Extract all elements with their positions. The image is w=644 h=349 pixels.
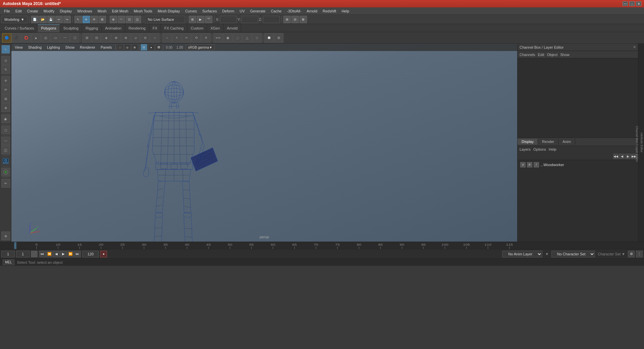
vp-menu-shading[interactable]: Shading bbox=[26, 45, 44, 50]
snap-surface-button[interactable]: ◫ bbox=[134, 16, 141, 23]
vp-menu-panels[interactable]: Panels bbox=[99, 45, 114, 50]
x-coord[interactable] bbox=[220, 16, 237, 23]
menu-redshift[interactable]: Redshift bbox=[320, 8, 339, 14]
menu-windows[interactable]: Windows bbox=[74, 8, 95, 14]
vp-menu-view[interactable]: View bbox=[13, 45, 25, 50]
shelf-extrude[interactable]: ⊞ bbox=[82, 33, 92, 43]
tab-rigging[interactable]: Rigging bbox=[82, 24, 102, 32]
timeline-area[interactable]: 1 5 10 15 20 25 30 35 40 45 50 55 60 bbox=[0, 242, 644, 249]
shelf-boolean-inter[interactable]: ∩ bbox=[150, 33, 160, 43]
menu-edit-mesh[interactable]: Edit Mesh bbox=[109, 8, 131, 14]
auto-key-button[interactable]: ● bbox=[100, 251, 107, 257]
menu-mesh-tools[interactable]: Mesh Tools bbox=[131, 8, 155, 14]
layer-playback-button[interactable]: P bbox=[527, 162, 532, 167]
rp-options-menu[interactable]: Options bbox=[533, 147, 546, 151]
shelf-bridge[interactable]: ⊟ bbox=[92, 33, 101, 43]
save-scene-button[interactable]: 💾 bbox=[47, 16, 55, 23]
shelf-smooth[interactable]: ◉ bbox=[223, 33, 232, 43]
channel-box-tab[interactable]: Channel Box / Layer Editor bbox=[635, 124, 639, 163]
attribute-editor-tab[interactable]: Attribute Editor bbox=[639, 131, 644, 154]
vp-menu-lighting[interactable]: Lighting bbox=[45, 45, 62, 50]
shelf-edge-loop[interactable]: ↔ bbox=[162, 33, 172, 43]
select-tool-button[interactable]: ↖ bbox=[74, 16, 82, 23]
soft-modify[interactable]: ◉ bbox=[1, 114, 10, 123]
vp-menu-show[interactable]: Show bbox=[63, 45, 77, 50]
lasso-select-button[interactable]: ⊙ bbox=[1, 56, 10, 65]
redo-button[interactable]: ↪ bbox=[63, 16, 71, 23]
new-scene-button[interactable]: 📄 bbox=[31, 16, 39, 23]
layout-2[interactable]: ⊟ bbox=[291, 16, 299, 23]
shelf-reduce[interactable]: ◌ bbox=[233, 33, 242, 43]
menu-generate[interactable]: Generate bbox=[248, 8, 268, 14]
end-frame-input[interactable] bbox=[82, 251, 99, 257]
menu-mesh[interactable]: Mesh bbox=[95, 8, 109, 14]
scale-button[interactable]: ⊞ bbox=[1, 94, 10, 103]
step-back-button[interactable]: ◀ bbox=[619, 154, 625, 159]
tab-curves-surfaces[interactable]: Curves / Surfaces bbox=[1, 24, 38, 32]
snap-grid-button[interactable]: ⊕ bbox=[110, 16, 117, 23]
menu-arnold[interactable]: Arnold bbox=[304, 8, 320, 14]
start-frame-input[interactable] bbox=[1, 251, 15, 257]
shelf-uv-layout[interactable]: ⊞ bbox=[274, 33, 283, 43]
open-scene-button[interactable]: 📂 bbox=[39, 16, 47, 23]
cb-edit[interactable]: Edit bbox=[538, 53, 544, 57]
render-settings-button[interactable]: ⊞ bbox=[189, 16, 196, 23]
undo-button[interactable]: ↩ bbox=[55, 16, 63, 23]
viewport[interactable]: View Shading Lighting Show Renderer Pane… bbox=[11, 44, 517, 242]
select-mode-button[interactable]: ↖ bbox=[1, 45, 10, 54]
xray-toggle[interactable]: ⊕ bbox=[1, 232, 10, 240]
vp-menu-renderer[interactable]: Renderer bbox=[78, 45, 97, 50]
scale-tool-button[interactable]: ⊞ bbox=[99, 16, 106, 23]
tab-polygons[interactable]: Polygons bbox=[38, 24, 60, 32]
shelf-delete-edge[interactable]: ✕ bbox=[201, 33, 211, 43]
move-button[interactable]: ✛ bbox=[1, 76, 10, 85]
layout-3[interactable]: ⊠ bbox=[300, 16, 307, 23]
timeline-extra-button[interactable]: ⋮ bbox=[636, 251, 643, 257]
shelf-combine[interactable]: ⊕ bbox=[111, 33, 121, 43]
shelf-triangulate[interactable]: △ bbox=[243, 33, 252, 43]
tab-fx[interactable]: FX bbox=[149, 24, 161, 32]
rp-help-menu[interactable]: Help bbox=[549, 147, 556, 151]
go-start-button[interactable]: ⏮ bbox=[39, 251, 46, 257]
universal-manip[interactable]: ⊕ bbox=[1, 103, 10, 112]
curve-snap[interactable]: 〰 bbox=[1, 137, 10, 145]
rotate-button[interactable]: ⟳ bbox=[1, 85, 10, 94]
shelf-mirror[interactable]: ⟺ bbox=[213, 33, 223, 43]
no-live-surface-label[interactable]: No Live Surface bbox=[145, 16, 185, 23]
color-space-select[interactable]: sRGB gamma ▼ bbox=[186, 44, 215, 50]
show-manip[interactable]: ◻ bbox=[1, 126, 10, 134]
play-forward-button[interactable]: ▶ bbox=[60, 251, 67, 257]
paint-select-button[interactable]: ✎ bbox=[1, 65, 10, 74]
minimize-button[interactable]: — bbox=[623, 1, 628, 6]
render-view[interactable] bbox=[1, 157, 10, 165]
go-end-button[interactable]: ⏭ bbox=[74, 251, 81, 257]
surface-snap[interactable]: ◫ bbox=[1, 146, 10, 154]
menu-curves[interactable]: Curves bbox=[182, 8, 200, 14]
tab-custom[interactable]: Custom bbox=[187, 24, 207, 32]
tab-arnold[interactable]: Arnold bbox=[224, 24, 241, 32]
step-back-button[interactable]: ⏪ bbox=[46, 251, 53, 257]
tab-animation[interactable]: Animation bbox=[102, 24, 125, 32]
shelf-boolean-union[interactable]: ∪ bbox=[131, 33, 140, 43]
shelf-boolean-diff[interactable]: ⊖ bbox=[141, 33, 150, 43]
camera-attrs-button[interactable]: 🎥 bbox=[117, 44, 123, 50]
prev-layer-button[interactable]: ◀◀ bbox=[613, 154, 619, 159]
workspace-select[interactable]: Modeling ▼ bbox=[1, 16, 28, 23]
menu-mesh-display[interactable]: Mesh Display bbox=[155, 8, 182, 14]
cb-channels[interactable]: Channels bbox=[520, 53, 535, 57]
menu-uv[interactable]: UV bbox=[237, 8, 247, 14]
render-button[interactable]: ▶ bbox=[197, 16, 204, 23]
menu-create[interactable]: Create bbox=[24, 8, 41, 14]
timeline-ticks[interactable]: 1 5 10 15 20 25 30 35 40 45 50 55 60 bbox=[11, 242, 517, 249]
rotate-tool-button[interactable]: ⟳ bbox=[91, 16, 98, 23]
texture-button[interactable]: 🖼 bbox=[156, 44, 162, 50]
z-coord[interactable] bbox=[263, 16, 280, 23]
menu-surfaces[interactable]: Surfaces bbox=[200, 8, 219, 14]
menu-3dtoall[interactable]: -3DtoAll- bbox=[284, 8, 304, 14]
timeline-settings-button[interactable]: ⚙ bbox=[628, 251, 635, 257]
end-frame-input-inner[interactable] bbox=[31, 251, 38, 257]
play-back-button[interactable]: ◀ bbox=[53, 251, 60, 257]
snap-point-button[interactable]: ⊡ bbox=[126, 16, 133, 23]
cb-show[interactable]: Show bbox=[560, 53, 570, 57]
menu-edit[interactable]: Edit bbox=[13, 8, 24, 14]
